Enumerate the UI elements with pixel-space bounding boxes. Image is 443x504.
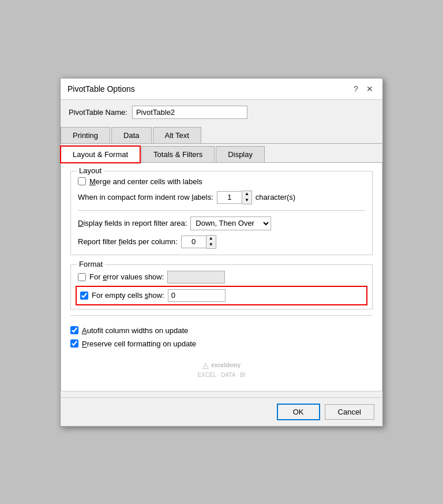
tab-layout-format-label: Layout & Format bbox=[73, 150, 128, 159]
per-column-spin-up[interactable]: ▲ bbox=[207, 236, 216, 242]
title-bar-left: PivotTable Options bbox=[67, 84, 135, 94]
close-button[interactable]: ✕ bbox=[364, 83, 376, 95]
watermark-area: ◬ exceldemy EXCEL · DATA · BI bbox=[70, 348, 373, 383]
name-row: PivotTable Name: bbox=[61, 100, 382, 125]
filter-area-label: Display fields in report filter area: bbox=[78, 219, 187, 227]
tab-alt-text[interactable]: Alt Text bbox=[153, 127, 201, 143]
ok-button[interactable]: OK bbox=[277, 404, 320, 420]
merge-option-row: Merge and center cells with labels bbox=[78, 177, 365, 186]
dialog-title: PivotTable Options bbox=[67, 84, 135, 94]
title-bar: PivotTable Options ? ✕ bbox=[61, 79, 382, 100]
per-column-label: Report filter fields per column: bbox=[78, 237, 178, 246]
pivottable-name-label: PivotTable Name: bbox=[69, 108, 127, 117]
tab-display[interactable]: Display bbox=[216, 146, 265, 162]
empty-value-input[interactable] bbox=[168, 289, 226, 302]
footer: OK Cancel bbox=[61, 397, 382, 426]
layout-section-label: Layout bbox=[77, 166, 104, 175]
content-area: Layout Merge and center cells with label… bbox=[61, 163, 382, 391]
indent-label: When in compact form indent row labels: bbox=[78, 193, 213, 201]
filter-area-row: Display fields in report filter area: Do… bbox=[78, 216, 365, 230]
error-label: For error values show: bbox=[89, 272, 164, 281]
error-checkbox-label[interactable]: For error values show: bbox=[78, 272, 164, 281]
error-value-input[interactable] bbox=[167, 271, 225, 283]
indent-spin-up[interactable]: ▲ bbox=[242, 191, 251, 197]
preserve-row: Preserve cell formatting on update bbox=[70, 339, 373, 348]
empty-label: For empty cells show: bbox=[92, 291, 164, 300]
indent-unit-label: character(s) bbox=[256, 193, 295, 201]
watermark: ◬ exceldemy EXCEL · DATA · BI bbox=[197, 360, 245, 379]
tab-data[interactable]: Data bbox=[111, 127, 151, 143]
tab-printing[interactable]: Printing bbox=[61, 127, 110, 143]
format-section: Format For error values show: For empty … bbox=[70, 264, 373, 309]
bottom-section: Autofit column widths on update Preserve… bbox=[70, 322, 373, 348]
empty-checkbox-label[interactable]: For empty cells show: bbox=[80, 291, 164, 300]
per-column-spin-buttons: ▲ ▼ bbox=[207, 235, 216, 249]
error-checkbox[interactable] bbox=[78, 273, 86, 281]
tab-alt-text-label: Alt Text bbox=[165, 131, 189, 140]
per-column-input[interactable] bbox=[181, 236, 207, 248]
indent-spinner: ▲ ▼ bbox=[217, 191, 252, 204]
empty-option-row: For empty cells show: bbox=[78, 288, 365, 303]
autofit-checkbox[interactable] bbox=[70, 326, 78, 334]
merge-label: Merge and center cells with labels bbox=[89, 177, 202, 186]
tab-totals-filters[interactable]: Totals & Filters bbox=[141, 146, 215, 162]
layout-section: Layout Merge and center cells with label… bbox=[70, 171, 373, 255]
watermark-name: exceldemy bbox=[211, 361, 241, 369]
empty-checkbox[interactable] bbox=[80, 292, 88, 300]
error-option-row: For error values show: bbox=[78, 271, 365, 283]
indent-input[interactable] bbox=[217, 191, 242, 204]
tab-display-label: Display bbox=[228, 150, 253, 159]
filter-area-select-wrap[interactable]: Down, Then Over Over, Then Down bbox=[190, 216, 271, 230]
autofit-checkbox-label[interactable]: Autofit column widths on update bbox=[70, 326, 188, 335]
tab-totals-filters-label: Totals & Filters bbox=[153, 150, 202, 159]
per-column-spin-down[interactable]: ▼ bbox=[207, 242, 216, 248]
merge-checkbox[interactable] bbox=[78, 177, 86, 185]
watermark-tagline: EXCEL · DATA · BI bbox=[197, 371, 245, 379]
tab-data-label: Data bbox=[123, 131, 139, 140]
autofit-label: Autofit column widths on update bbox=[82, 326, 188, 335]
tabs-row-1: Printing Data Alt Text bbox=[61, 125, 382, 144]
cancel-button[interactable]: Cancel bbox=[325, 404, 374, 420]
preserve-checkbox[interactable] bbox=[70, 339, 78, 348]
per-column-spinner: ▲ ▼ bbox=[181, 235, 216, 249]
autofit-row: Autofit column widths on update bbox=[70, 326, 373, 335]
dialog: PivotTable Options ? ✕ PivotTable Name: … bbox=[60, 78, 383, 427]
indent-spin-down[interactable]: ▼ bbox=[242, 197, 251, 204]
preserve-checkbox-label[interactable]: Preserve cell formatting on update bbox=[70, 339, 196, 348]
indent-option-row: When in compact form indent row labels: … bbox=[78, 191, 365, 204]
preserve-label: Preserve cell formatting on update bbox=[82, 339, 196, 348]
help-button[interactable]: ? bbox=[350, 83, 362, 95]
tab-layout-format[interactable]: Layout & Format bbox=[61, 146, 140, 163]
pivottable-name-input[interactable] bbox=[132, 106, 247, 119]
title-controls: ? ✕ bbox=[350, 83, 376, 95]
filter-area-select[interactable]: Down, Then Over Over, Then Down bbox=[190, 216, 271, 230]
indent-spin-buttons: ▲ ▼ bbox=[242, 191, 252, 204]
tabs-row-2: Layout & Format Totals & Filters Display bbox=[61, 144, 382, 163]
format-section-label: Format bbox=[77, 260, 105, 268]
per-column-row: Report filter fields per column: ▲ ▼ bbox=[78, 235, 365, 249]
tab-printing-label: Printing bbox=[73, 131, 98, 140]
merge-checkbox-label[interactable]: Merge and center cells with labels bbox=[78, 177, 202, 186]
